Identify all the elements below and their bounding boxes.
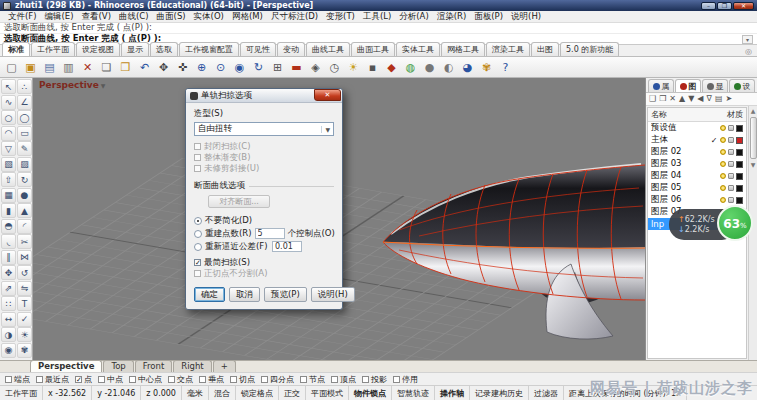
do-not-simplify-radio[interactable]: 不要简化(D) <box>194 214 334 227</box>
toolbar-button[interactable]: ✜ <box>174 59 191 76</box>
refit-tolerance-radio[interactable]: 重新逼近公差(F) <box>194 240 334 253</box>
status-field[interactable]: 工作平面 <box>0 386 43 400</box>
toolbar-tab[interactable]: 实体工具 <box>396 42 440 56</box>
toolbar-tab[interactable]: 标准 <box>2 42 30 56</box>
osnap-checkbox[interactable]: 点 <box>75 374 92 385</box>
tool-palette-button[interactable]: ∥ <box>1 250 16 265</box>
menu-item[interactable]: 文件(F) <box>4 11 41 23</box>
menu-item[interactable]: 曲面(S) <box>153 11 190 23</box>
toolbar-button[interactable]: ⊕ <box>193 59 210 76</box>
tool-palette-button[interactable]: ↖ <box>1 79 16 94</box>
layer-tool-button[interactable]: ◀ <box>697 93 703 105</box>
layer-material-swatch[interactable] <box>736 197 743 204</box>
toolbar-button[interactable]: ◈ <box>307 59 324 76</box>
toolbar-tab[interactable]: 变动 <box>277 42 305 56</box>
layer-material-swatch[interactable] <box>736 149 743 156</box>
status-field[interactable]: z 0.000 <box>141 386 182 400</box>
layer-visibility-bulb-icon[interactable] <box>720 197 726 203</box>
shuttle-model[interactable] <box>369 150 645 345</box>
dialog-button[interactable]: 预览(P) <box>264 287 307 302</box>
progress-badge[interactable]: 63% <box>717 205 753 241</box>
toolbar-button[interactable]: ◷ <box>326 59 343 76</box>
align-cross-sections-button[interactable]: 对齐断面... <box>208 195 270 208</box>
status-field[interactable]: x -32.562 <box>43 386 92 400</box>
layer-material-swatch[interactable] <box>736 125 743 132</box>
untrimmed-miters-checkbox[interactable]: 未修剪斜接(U) <box>194 163 334 174</box>
tool-palette-button[interactable]: ▭ <box>17 126 32 141</box>
scroll-thumb[interactable] <box>750 117 757 159</box>
toolbar-button[interactable]: ▢ <box>3 59 20 76</box>
tool-palette-button[interactable]: ✓ <box>17 312 32 327</box>
osnap-checkbox[interactable]: 中心点 <box>129 374 162 385</box>
viewport-tab[interactable]: Right <box>173 360 211 372</box>
layer-tool-button[interactable]: ▲ <box>679 93 685 105</box>
dialog-title-bar[interactable]: 单轨扫掠选项 ✕ <box>186 89 342 103</box>
viewport-tab[interactable]: + <box>213 360 236 372</box>
status-field[interactable]: 锁定格点 <box>236 386 279 400</box>
tool-palette-button[interactable]: ⇗ <box>1 281 16 296</box>
command-dropdown-icon[interactable]: ▾ <box>742 35 753 44</box>
tool-palette-button[interactable]: ▽ <box>1 141 16 156</box>
panel-tab[interactable]: 设 <box>729 79 755 92</box>
osnap-checkbox[interactable]: 切点 <box>230 374 255 385</box>
dialog-button[interactable]: 确定 <box>194 287 225 302</box>
layer-visibility-bulb-icon[interactable] <box>720 185 726 191</box>
layer-tool-button[interactable]: ▼ <box>688 93 694 105</box>
tool-palette-button[interactable]: ⋈ <box>17 250 32 265</box>
toolbar-button[interactable]: ◆ <box>383 59 400 76</box>
layer-tool-button[interactable]: ❑ <box>649 93 656 105</box>
status-field[interactable]: y -21.046 <box>92 386 141 400</box>
tool-palette-button[interactable]: ⇋ <box>17 281 32 296</box>
toolbar-button[interactable]: ▥ <box>60 59 77 76</box>
toolbar-button[interactable]: ▤ <box>41 59 58 76</box>
toolbar-button[interactable]: ◕ <box>459 59 476 76</box>
toolbar-button[interactable]: ✕ <box>79 59 96 76</box>
toolbar-button[interactable]: ◍ <box>402 59 419 76</box>
tool-palette-button[interactable]: ◠ <box>1 126 16 141</box>
viewport-tab[interactable]: Perspective <box>30 360 102 372</box>
toolbar-tab[interactable]: 可见性 <box>240 42 276 56</box>
global-blend-checkbox[interactable]: 整体渐变(B) <box>194 152 334 163</box>
tool-palette-button[interactable]: ↺ <box>17 265 32 280</box>
menu-item[interactable]: 曲线(C) <box>115 11 153 23</box>
status-field[interactable]: 操作轴 <box>435 386 470 400</box>
layer-visibility-bulb-icon[interactable] <box>720 173 726 179</box>
toolbar-tab[interactable]: 曲线工具 <box>306 42 350 56</box>
layer-tool-button[interactable]: ❒ <box>659 93 666 105</box>
tool-palette-button[interactable]: ▲ <box>17 203 32 218</box>
status-field[interactable]: 正交 <box>279 386 306 400</box>
status-field[interactable]: 混合 <box>209 386 236 400</box>
rebuild-point-count-field[interactable] <box>255 228 285 239</box>
toolbar-tab[interactable]: 网格工具 <box>441 42 485 56</box>
viewport-tab[interactable]: Top <box>103 360 133 372</box>
tool-palette-button[interactable]: ∴ <box>17 79 32 94</box>
toolbar-button[interactable]: ✥ <box>155 59 172 76</box>
osnap-checkbox[interactable]: 投影 <box>362 374 387 385</box>
toolbar-button[interactable]: ▬ <box>288 59 305 76</box>
layer-row[interactable]: 主体 ✓ <box>648 134 746 146</box>
tool-palette-button[interactable]: ○ <box>1 110 16 125</box>
osnap-checkbox[interactable]: 最近点 <box>36 374 69 385</box>
tool-palette-button[interactable]: ● <box>17 188 32 203</box>
menu-item[interactable]: 实体(O) <box>190 11 228 23</box>
tool-palette-button[interactable]: ◯ <box>17 110 32 125</box>
tool-palette-button[interactable]: ▮ <box>1 203 16 218</box>
layer-visibility-bulb-icon[interactable] <box>720 137 726 143</box>
layer-tool-button[interactable]: ∇ <box>707 93 712 105</box>
status-field[interactable]: 记录建构历史 <box>470 386 529 400</box>
tool-palette-button[interactable]: ∷ <box>1 296 16 311</box>
osnap-checkbox[interactable]: 垂点 <box>199 374 224 385</box>
panel-tab[interactable]: 属 <box>648 79 674 92</box>
menu-item[interactable]: 工具(L) <box>359 11 395 23</box>
toolbar-button[interactable]: ⊙ <box>212 59 229 76</box>
layer-lock-icon[interactable] <box>728 185 734 191</box>
menu-item[interactable]: 尺寸标注(D) <box>267 11 322 23</box>
layer-visibility-bulb-icon[interactable] <box>720 125 726 131</box>
osnap-checkbox[interactable]: 顶点 <box>331 374 356 385</box>
osnap-checkbox[interactable]: 停用 <box>393 374 418 385</box>
menu-item[interactable]: 面板(P) <box>470 11 507 23</box>
tool-palette-button[interactable]: ▦ <box>1 188 16 203</box>
tool-palette-button[interactable]: ◟ <box>1 234 16 249</box>
tool-palette-button[interactable]: ⇧ <box>1 172 16 187</box>
dialog-button[interactable]: 说明(H) <box>311 287 355 302</box>
